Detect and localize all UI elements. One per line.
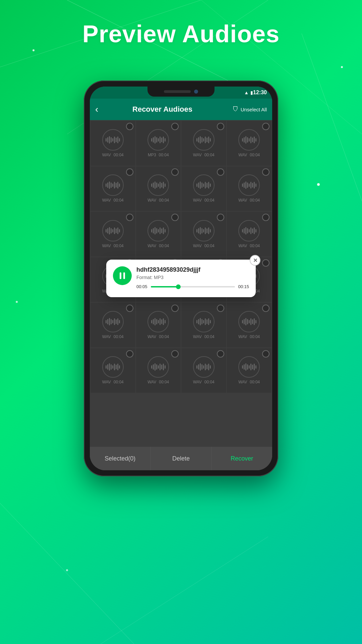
dialog-format: Format: MP3 bbox=[136, 275, 249, 280]
svg-point-11 bbox=[66, 569, 68, 571]
format-label: Format: bbox=[136, 275, 153, 280]
phone-screen: ▲ ▮ 12:30 ‹ Recover Audioes ⛉ Unselect A… bbox=[90, 87, 272, 470]
pause-bar-left bbox=[120, 272, 121, 279]
selected-count-button[interactable]: Selected(0) bbox=[90, 447, 151, 470]
filter-icon: ⛉ bbox=[233, 106, 239, 113]
progress-bar-fill bbox=[151, 286, 179, 287]
signal-icon: ▲ bbox=[244, 90, 249, 95]
progress-thumb[interactable] bbox=[176, 284, 181, 289]
progress-row: 00:05 00:15 bbox=[136, 284, 249, 289]
preview-dialog: ✕ hdhf283495893029djjjf Format: MP3 0 bbox=[106, 260, 256, 297]
battery-icon: ▮ bbox=[250, 90, 253, 95]
svg-point-7 bbox=[33, 49, 35, 51]
status-time: 12:30 bbox=[253, 90, 267, 96]
svg-point-9 bbox=[16, 301, 18, 303]
app-bar-title: Recover Audioes bbox=[102, 105, 222, 114]
front-camera bbox=[194, 90, 198, 94]
dialog-info: hdhf283495893029djjjf Format: MP3 00:05 … bbox=[136, 266, 249, 289]
dialog-filename: hdhf283495893029djjjf bbox=[136, 266, 249, 273]
pause-bar-right bbox=[123, 272, 125, 279]
current-time: 00:05 bbox=[136, 284, 147, 289]
bottom-bar: Selected(0) Delete Recover bbox=[90, 447, 272, 470]
status-icons: ▲ ▮ bbox=[244, 90, 253, 95]
notch bbox=[147, 87, 215, 97]
svg-line-6 bbox=[101, 537, 268, 644]
recover-button[interactable]: Recover bbox=[212, 447, 272, 470]
svg-line-5 bbox=[0, 503, 134, 644]
svg-point-8 bbox=[317, 183, 320, 186]
dialog-close-button[interactable]: ✕ bbox=[250, 255, 260, 266]
delete-button[interactable]: Delete bbox=[151, 447, 212, 470]
total-time: 00:15 bbox=[238, 284, 249, 289]
svg-point-10 bbox=[341, 66, 343, 68]
svg-line-4 bbox=[302, 34, 362, 201]
dialog-content: hdhf283495893029djjjf Format: MP3 00:05 … bbox=[113, 266, 249, 289]
app-bar: ‹ Recover Audioes ⛉ Unselect All bbox=[90, 99, 272, 120]
unselect-all-label: Unselect All bbox=[241, 107, 267, 112]
pause-icon bbox=[120, 272, 125, 279]
unselect-all-button[interactable]: ⛉ Unselect All bbox=[233, 106, 267, 113]
format-value: MP3 bbox=[154, 275, 164, 280]
phone-frame: ▲ ▮ 12:30 ‹ Recover Audioes ⛉ Unselect A… bbox=[84, 80, 278, 476]
play-pause-button[interactable] bbox=[113, 266, 132, 285]
back-button[interactable]: ‹ bbox=[95, 104, 98, 115]
page-title: Preview Audioes bbox=[0, 20, 362, 48]
progress-bar-track[interactable] bbox=[151, 286, 235, 287]
speaker bbox=[164, 90, 191, 93]
